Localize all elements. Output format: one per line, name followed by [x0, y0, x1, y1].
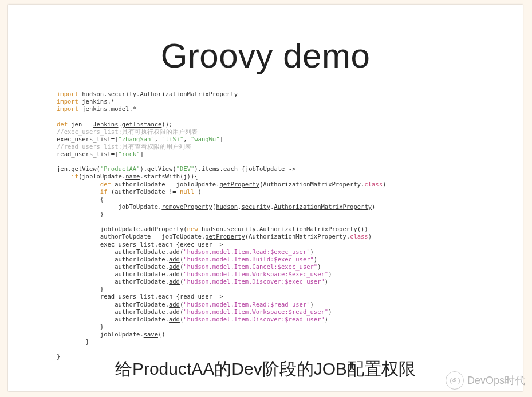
code-token: class	[364, 181, 383, 188]
code-token: AuthorizationMatrixProperty	[274, 203, 372, 210]
code-token: authorToUpdate.	[57, 301, 169, 308]
code-token: (jobToUpdate.	[78, 173, 125, 180]
code-token: ]	[220, 136, 223, 142]
code-token: new	[187, 225, 198, 232]
code-string: "hudson.model.Item.Read:$read_user"	[183, 301, 310, 308]
code-token: ,	[155, 136, 162, 142]
code-string: "hudson.model.Item.Cancel:$exec_user"	[183, 263, 317, 270]
code-token: class	[350, 233, 368, 240]
code-token: jenkins.model.*	[78, 105, 136, 112]
code-token: getInstance	[122, 121, 162, 128]
code-token: add	[169, 263, 180, 270]
code-token: {	[57, 196, 104, 203]
code-token: authorToUpdate = jobToUpdate.	[111, 181, 220, 188]
code-token: }	[57, 211, 104, 217]
code-token: jenkins.*	[78, 98, 115, 105]
code-token: ())	[357, 225, 368, 232]
code-token: AuthorizationMatrixProperty	[140, 90, 238, 97]
code-token: import	[57, 98, 78, 105]
code-token: add	[169, 248, 180, 255]
code-string: "rock"	[118, 150, 140, 157]
code-token: getProperty	[219, 181, 259, 188]
code-token: authorToUpdate.	[57, 248, 169, 255]
code-token: ).	[194, 165, 202, 172]
code-token: )	[328, 271, 332, 277]
code-token: )	[325, 278, 328, 285]
code-token: )	[368, 233, 372, 240]
code-token: import	[57, 90, 78, 97]
code-token: hudson.security.AuthorizationMatrixPrope…	[202, 225, 357, 232]
code-token: if	[100, 188, 108, 195]
code-token: exec_users_list=[	[57, 136, 118, 142]
code-token: ).	[140, 165, 147, 172]
code-string: "hudson.model.Item.Workspace:$read_user"	[183, 308, 328, 315]
code-token: authorToUpdate.	[57, 278, 169, 285]
code-token	[57, 188, 100, 195]
code-token: jen =	[68, 121, 93, 128]
code-token: def	[100, 181, 111, 188]
code-token: authorToUpdate = jobToUpdate.	[57, 233, 205, 240]
code-comment: //exec_users_list:具有可执行权限的用户列表	[57, 128, 198, 135]
code-token: hudson.security.	[78, 90, 140, 97]
code-token: )	[317, 263, 321, 270]
code-token: name	[125, 173, 140, 180]
code-token: ,	[183, 136, 191, 142]
code-token: )	[310, 301, 314, 308]
code-token: authorToUpdate.	[57, 308, 169, 315]
code-token: }	[57, 338, 89, 345]
code-token: }	[57, 323, 104, 330]
code-token: ]	[140, 150, 143, 157]
code-token: )	[328, 308, 332, 315]
code-string: "wangWu"	[191, 136, 220, 142]
code-token: add	[169, 308, 180, 315]
code-comment: //read_users_list:具有查看权限的用户列表	[57, 143, 191, 150]
code-token: exec_users_list.each {exec_user ->	[57, 241, 223, 248]
code-token: authorToUpdate.	[57, 271, 169, 277]
code-token: authorToUpdate.	[57, 316, 169, 323]
code-string: "DEV"	[176, 165, 195, 172]
code-string: "zhangSan"	[118, 136, 154, 142]
code-token: add	[169, 271, 180, 277]
code-token: )	[325, 316, 328, 323]
code-token: authorToUpdate.	[57, 256, 169, 263]
code-token: getView	[71, 165, 96, 172]
code-token: ()	[158, 331, 165, 338]
code-token: (authorToUpdate !=	[108, 188, 180, 195]
code-token: items	[202, 165, 220, 172]
code-token: null	[180, 188, 194, 195]
watermark-label: DevOps时代	[467, 374, 525, 387]
code-token: authorToUpdate.	[57, 263, 169, 270]
code-token: getView	[147, 165, 172, 172]
code-token: getProperty	[205, 233, 245, 240]
code-token: addProperty	[144, 225, 184, 232]
code-token: removeProperty	[161, 203, 212, 210]
code-token: save	[144, 331, 158, 338]
code-token: if	[71, 173, 78, 180]
code-token: hudson	[216, 203, 238, 210]
code-token: )	[194, 188, 202, 195]
code-string: "hudson.model.Item.Discover:$read_user"	[183, 316, 325, 323]
code-token: .each {jobToUpdate ->	[220, 165, 296, 172]
code-string: "hudson.model.Item.Build:$exec_user"	[183, 256, 314, 263]
code-token: jobToUpdate.	[57, 203, 161, 210]
code-token: add	[169, 316, 180, 323]
code-token: read_users_list=[	[57, 150, 118, 157]
code-token: read_users_list.each {read_user ->	[57, 293, 223, 300]
code-token: )	[383, 181, 386, 188]
code-token: ();	[161, 121, 172, 128]
code-token	[57, 181, 100, 188]
code-token: )	[310, 248, 314, 255]
code-token: security	[241, 203, 270, 210]
slide: Groovy demo import hudson.security.Autho…	[8, 5, 523, 391]
code-token: }	[57, 285, 104, 292]
slide-title: Groovy demo	[8, 36, 523, 76]
code-token: .startsWith(j)){	[140, 173, 198, 180]
code-token: jen.	[57, 165, 71, 172]
code-token: add	[169, 256, 180, 263]
code-token: jobToUpdate.	[57, 331, 144, 338]
code-token: )	[314, 256, 317, 263]
code-token: Jenkins	[93, 121, 118, 128]
code-token: add	[169, 278, 180, 285]
code-token: (AuthorizationMatrixProperty.	[245, 233, 350, 240]
code-token: )	[372, 203, 375, 210]
